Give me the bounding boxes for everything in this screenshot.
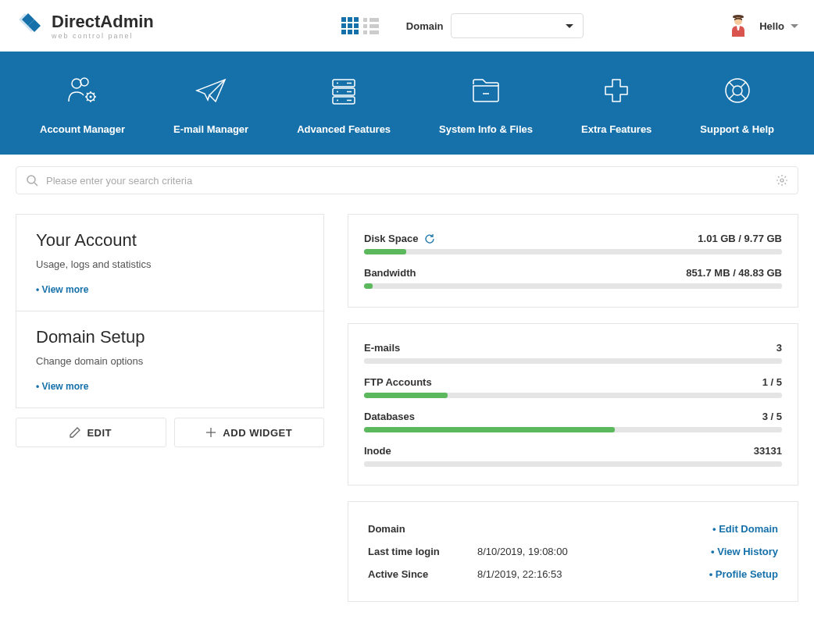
- info-value: 8/10/2019, 19:08:00: [477, 546, 711, 557]
- refresh-icon[interactable]: [424, 233, 435, 244]
- profile-setup-link[interactable]: • Profile Setup: [709, 568, 778, 580]
- resources-card: E-mails 3 FTP Accounts 1 / 5 Databases 3…: [348, 323, 798, 486]
- nav-label: Advanced Features: [297, 123, 391, 135]
- svg-line-20: [741, 94, 746, 100]
- progress-bar: [364, 249, 782, 254]
- svg-point-1: [72, 79, 81, 88]
- search-icon: [26, 174, 38, 187]
- nav-advanced-features[interactable]: Advanced Features: [297, 75, 391, 135]
- progress-bar: [364, 461, 782, 467]
- edit-label: EDIT: [87, 427, 112, 439]
- svg-point-4: [89, 96, 91, 98]
- info-domain: Domain • Edit Domain: [368, 518, 778, 540]
- nav-system-info[interactable]: System Info & Files: [439, 75, 533, 135]
- stat-value: 1.01 GB / 9.77 GB: [698, 233, 782, 244]
- widget-title: Domain Setup: [36, 327, 304, 347]
- info-label: Domain: [368, 523, 477, 535]
- widget-title: Your Account: [36, 230, 304, 251]
- widget-desc: Usage, logs and statistics: [36, 258, 304, 270]
- stat-label: Disk Space: [364, 233, 418, 244]
- stat-ftp: FTP Accounts 1 / 5: [364, 370, 782, 404]
- progress-bar: [364, 283, 782, 289]
- stat-label: Inode: [364, 445, 391, 457]
- view-list-icon[interactable]: [363, 18, 379, 34]
- info-active-since: Active Since 8/1/2019, 22:16:53 • Profil…: [368, 563, 778, 585]
- svg-point-2: [80, 78, 88, 86]
- nav-label: E-mail Manager: [173, 123, 248, 135]
- nav-label: System Info & Files: [439, 123, 533, 135]
- view-history-link[interactable]: • View History: [711, 546, 778, 557]
- svg-line-22: [34, 183, 37, 186]
- stat-value: 1 / 5: [762, 376, 782, 388]
- view-grid-icon[interactable]: [341, 17, 359, 34]
- progress-bar: [364, 358, 782, 364]
- view-more-link[interactable]: • View more: [36, 381, 304, 392]
- stat-label: Bandwidth: [364, 267, 416, 279]
- header: DirectAdmin web control panel Domain Hel…: [0, 0, 814, 52]
- info-last-login: Last time login 8/10/2019, 19:08:00 • Vi…: [368, 540, 778, 563]
- nav-label: Support & Help: [700, 123, 774, 135]
- widget-your-account: Your Account Usage, logs and statistics …: [16, 214, 324, 311]
- view-more-link[interactable]: • View more: [36, 284, 304, 295]
- server-icon: [327, 75, 361, 109]
- stat-databases: Databases 3 / 5: [364, 404, 782, 439]
- nav-support-help[interactable]: Support & Help: [700, 75, 774, 135]
- stat-bandwidth: Bandwidth 851.7 MB / 48.83 GB: [364, 261, 782, 295]
- logo-title: DirectAdmin: [52, 12, 154, 32]
- usage-card: Disk Space 1.01 GB / 9.77 GB Bandwidth 8…: [348, 214, 798, 308]
- search-input[interactable]: [46, 175, 768, 187]
- users-gear-icon: [66, 75, 100, 109]
- svg-line-19: [729, 94, 734, 100]
- avatar-icon[interactable]: [729, 15, 748, 37]
- widget-desc: Change domain options: [36, 355, 304, 367]
- logo-subtitle: web control panel: [52, 32, 154, 40]
- progress-bar: [364, 393, 782, 398]
- stat-label: Databases: [364, 411, 415, 422]
- nav-label: Account Manager: [40, 123, 125, 135]
- chevron-down-icon: [791, 24, 798, 28]
- plus-icon: [599, 75, 634, 109]
- svg-point-8: [337, 83, 338, 84]
- stat-disk-space: Disk Space 1.01 GB / 9.77 GB: [364, 226, 782, 261]
- info-label: Active Since: [368, 568, 477, 580]
- lifebuoy-icon: [720, 75, 755, 109]
- folder-icon: [469, 75, 503, 109]
- hello-text: Hello: [759, 20, 784, 32]
- nav-email-manager[interactable]: E-mail Manager: [173, 75, 248, 135]
- svg-point-16: [733, 86, 742, 95]
- progress-bar: [364, 427, 782, 432]
- nav-account-manager[interactable]: Account Manager: [40, 75, 125, 135]
- edit-domain-link[interactable]: • Edit Domain: [712, 523, 778, 535]
- search-bar: [16, 166, 798, 194]
- stat-value: 851.7 MB / 48.83 GB: [686, 267, 782, 279]
- stat-label: FTP Accounts: [364, 376, 432, 388]
- svg-line-17: [729, 82, 734, 87]
- nav-extra-features[interactable]: Extra Features: [581, 75, 652, 135]
- domain-select[interactable]: [451, 13, 584, 38]
- logo-icon: [16, 12, 44, 40]
- add-widget-button[interactable]: ADD WIDGET: [174, 418, 325, 447]
- info-label: Last time login: [368, 546, 477, 557]
- svg-point-10: [337, 100, 338, 101]
- stat-emails: E-mails 3: [364, 336, 782, 370]
- stat-value: 3 / 5: [762, 411, 782, 422]
- main-nav: Account Manager E-mail Manager Advanced …: [0, 52, 814, 155]
- stat-inode: Inode 33131: [364, 439, 782, 473]
- edit-button[interactable]: EDIT: [16, 418, 166, 447]
- info-value: 8/1/2019, 22:16:53: [477, 568, 709, 580]
- add-widget-label: ADD WIDGET: [223, 427, 292, 439]
- info-card: Domain • Edit Domain Last time login 8/1…: [348, 501, 798, 602]
- paper-plane-icon: [194, 75, 228, 109]
- stat-value: 33131: [754, 445, 782, 457]
- svg-line-18: [741, 82, 746, 87]
- widget-domain-setup: Domain Setup Change domain options • Vie…: [16, 311, 324, 408]
- svg-point-23: [780, 179, 784, 182]
- stat-value: 3: [777, 342, 782, 354]
- svg-point-9: [337, 91, 338, 93]
- svg-point-21: [27, 176, 35, 183]
- nav-label: Extra Features: [581, 123, 652, 135]
- stat-label: E-mails: [364, 342, 400, 354]
- gear-icon[interactable]: [776, 174, 788, 187]
- user-menu[interactable]: Hello: [759, 20, 798, 32]
- logo[interactable]: DirectAdmin web control panel: [16, 12, 154, 40]
